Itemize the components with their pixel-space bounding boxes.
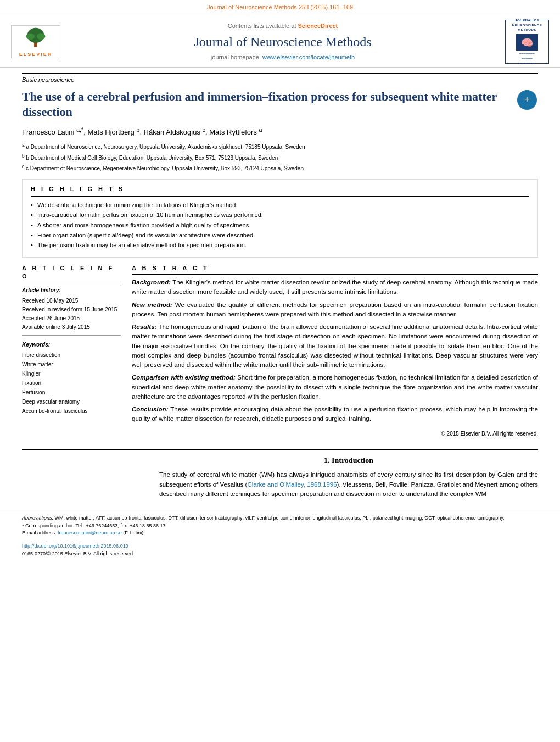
badge-title: JOURNAL OFNEUROSCIENCEMETHODS — [512, 18, 542, 32]
results-para: Results: The homogeneous and rapid fixat… — [132, 322, 538, 370]
highlight-item: Fiber organization (superficial/deep) an… — [31, 231, 529, 239]
comparison-title: Comparison with existing method: — [132, 374, 236, 381]
abstract-title: A B S T R A C T — [132, 264, 538, 275]
two-col-layout: A R T I C L E I N F O Article history: R… — [22, 264, 538, 438]
revised-date: Received in revised form 15 June 2015 — [22, 305, 121, 314]
crossmark-badge[interactable]: + — [516, 89, 538, 111]
email-line: E-mail address: francesco.latini@neuro.u… — [22, 529, 538, 537]
conclusion-para: Conclusion: These results provide encour… — [132, 405, 538, 424]
highlights-section: H I G H L I G H T S We describe a techni… — [22, 179, 538, 257]
journal-badge: JOURNAL OFNEUROSCIENCEMETHODS 🧠 ━━━━━━━━… — [505, 20, 549, 64]
journal-homepage: journal homepage: www.elsevier.com/locat… — [71, 53, 494, 62]
main-content: Basic neuroscience The use of a cerebral… — [0, 68, 560, 448]
available-date: Available online 3 July 2015 — [22, 323, 121, 332]
svg-point-4 — [33, 29, 38, 34]
keyword: Deep vascular anatomy — [22, 397, 121, 406]
elsevier-logo: ELSEVIER — [11, 25, 60, 58]
homepage-link[interactable]: www.elsevier.com/locate/jneumeth — [262, 54, 355, 60]
abstract-col: A B S T R A C T Background: The Klingler… — [132, 264, 538, 438]
highlight-item: Intra-carotideal formalin perfusion fixa… — [31, 211, 529, 219]
keywords-list: Fibre dissection White matter Klingler F… — [22, 350, 121, 416]
introduction-section: 1. Introduction The study of cerebral wh… — [0, 450, 560, 499]
keyword: Fibre dissection — [22, 350, 121, 360]
results-title: Results: — [132, 323, 156, 330]
keyword: Fixation — [22, 378, 121, 388]
received-date: Received 10 May 2015 — [22, 297, 121, 305]
conclusion-title: Conclusion: — [132, 406, 168, 412]
history-label: Article history: — [22, 287, 121, 294]
article-info-col: A R T I C L E I N F O Article history: R… — [22, 264, 121, 438]
affiliations: a a Department of Neuroscience, Neurosur… — [22, 142, 538, 172]
header-center: Contents lists available at ScienceDirec… — [71, 22, 494, 62]
header-section: ELSEVIER Contents lists available at Sci… — [0, 14, 560, 68]
keyword: Accumbo-frontal fasciculus — [22, 406, 121, 416]
doi-line: http://dx.doi.org/10.1016/j.jneumeth.201… — [22, 540, 538, 550]
issn-line: 0165-0270/© 2015 Elsevier B.V. All right… — [22, 550, 538, 558]
conclusion-text: These results provide encouraging data a… — [132, 406, 538, 422]
intro-section-number: 1. Introduction — [159, 455, 538, 466]
copyright-line: © 2015 Elsevier B.V. All rights reserved… — [132, 427, 538, 438]
intro-paragraph: The study of cerebral white matter (WM) … — [159, 470, 538, 499]
background-para: Background: The Klingler's method for wh… — [132, 278, 538, 297]
svg-point-2 — [26, 34, 35, 40]
new-method-text: We evaluated the quality of different me… — [132, 302, 538, 317]
affiliation-b: b b Department of Medical Cell Biology, … — [22, 153, 538, 162]
svg-point-3 — [37, 34, 45, 40]
comparison-para: Comparison with existing method: Short t… — [132, 373, 538, 401]
intro-reference-link[interactable]: Clarke and O'Malley, 1968,1996 — [247, 481, 337, 488]
affiliation-a: a a Department of Neuroscience, Neurosur… — [22, 142, 538, 151]
article-info-title: A R T I C L E I N F O — [22, 264, 121, 283]
svg-text:🧠: 🧠 — [521, 37, 534, 49]
keywords-section: Keywords: Fibre dissection White matter … — [22, 341, 121, 416]
elsevier-text: ELSEVIER — [19, 51, 53, 58]
highlight-item: We describe a technique for minimizing t… — [31, 201, 529, 209]
section-label: Basic neuroscience — [22, 73, 538, 84]
background-text: The Klingler's method for white matter d… — [132, 279, 538, 295]
keyword: Klingler — [22, 369, 121, 378]
corresponding-author-line: * Corresponding author. Tel.: +46 762446… — [22, 522, 538, 530]
article-history: Received 10 May 2015 Received in revised… — [22, 297, 121, 332]
elsevier-tree-svg — [16, 26, 55, 49]
highlights-list: We describe a technique for minimizing t… — [31, 201, 529, 250]
abbreviations-line: Abbreviations: WM, white matter; AFF, ac… — [22, 515, 538, 522]
highlights-title: H I G H L I G H T S — [31, 185, 529, 196]
new-method-para: New method: We evaluated the quality of … — [132, 300, 538, 320]
sciencedirect-line: Contents lists available at ScienceDirec… — [71, 22, 494, 30]
journal-ref-text: Journal of Neuroscience Methods 253 (201… — [207, 3, 353, 12]
page-footer: Abbreviations: WM, white matter; AFF, ac… — [0, 510, 560, 562]
accepted-date: Accepted 26 June 2015 — [22, 314, 121, 323]
authors-line: Francesco Latini a,*, Mats Hjortberg b, … — [22, 126, 538, 138]
keyword: White matter — [22, 360, 121, 369]
brain-icon: 🧠 — [519, 34, 535, 51]
sciencedirect-link[interactable]: ScienceDirect — [298, 23, 338, 29]
highlight-item: The perfusion fixation may be an alterna… — [31, 241, 529, 249]
article-title-text: The use of a cerebral perfusion and imme… — [22, 89, 511, 120]
article-title-block: The use of a cerebral perfusion and imme… — [22, 89, 538, 120]
abstract-text: Background: The Klingler's method for wh… — [132, 278, 538, 438]
doi-link[interactable]: http://dx.doi.org/10.1016/j.jneumeth.201… — [22, 543, 128, 549]
keywords-label: Keywords: — [22, 341, 121, 349]
journal-title: Journal of Neuroscience Methods — [71, 33, 494, 52]
crossmark-circle: + — [517, 90, 537, 110]
affiliation-c: c c Department of Neuroscience, Regenera… — [22, 163, 538, 172]
badge-icon: 🧠 — [516, 34, 538, 51]
intro-left-col — [22, 455, 143, 499]
email-link[interactable]: francesco.latini@neuro.uu.se — [58, 530, 122, 535]
results-text: The homogeneous and rapid fixation of th… — [132, 323, 538, 368]
highlight-item: A shorter and more homogeneous fixation … — [31, 221, 529, 230]
journal-reference-bar: Journal of Neuroscience Methods 253 (201… — [0, 0, 560, 14]
intro-right-col: 1. Introduction The study of cerebral wh… — [159, 455, 538, 499]
divider — [22, 335, 121, 336]
new-method-title: New method: — [132, 302, 172, 308]
badge-lines: ━━━━━━━━━━━━━━━━━━━ — [519, 52, 535, 65]
page: Journal of Neuroscience Methods 253 (201… — [0, 0, 560, 742]
background-title: Background: — [132, 279, 171, 286]
keyword: Perfusion — [22, 388, 121, 397]
